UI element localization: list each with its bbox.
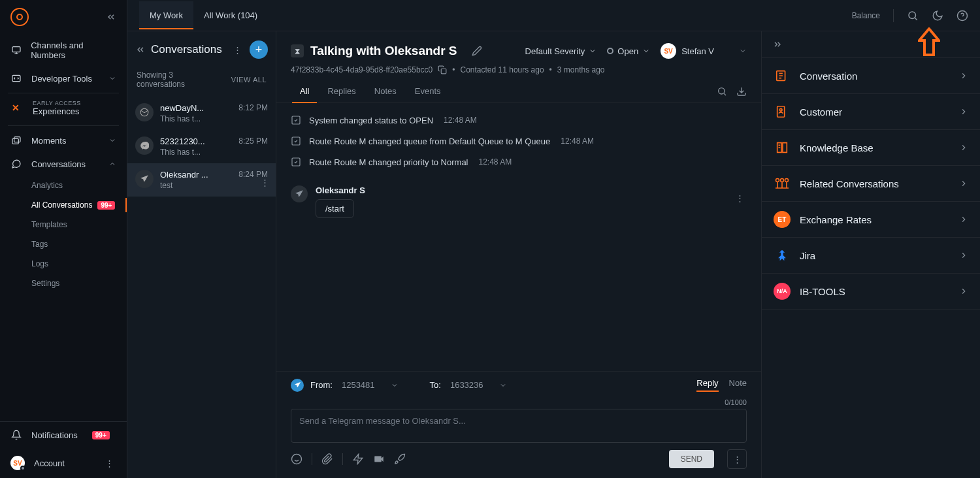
svg-rect-1 [12, 75, 20, 81]
svg-rect-0 [12, 47, 20, 52]
conversations-icon [10, 159, 22, 169]
rpanel-item[interactable]: Jira [762, 238, 980, 274]
message-more-icon[interactable]: ⋮ [733, 193, 747, 203]
tab-all-work[interactable]: All Work (104) [193, 1, 268, 29]
nav-conversations[interactable]: Conversations [0, 152, 127, 176]
account-more-icon[interactable]: ⋮ [103, 458, 116, 468]
nav-channels[interactable]: Channels and Numbers [0, 34, 127, 67]
to-dropdown[interactable] [499, 381, 507, 389]
event-icon [291, 136, 301, 146]
event-row: Route Route M changed queue from Default… [291, 131, 747, 151]
rpanel-collapse-icon[interactable] [762, 31, 980, 57]
convlist-more-icon[interactable]: ⋮ [231, 45, 244, 55]
severity-label: Default Severity [525, 46, 585, 56]
nav-experiences[interactable]: ✕ EARLY ACCESS Experiences [0, 96, 127, 123]
nav-developer-tools[interactable]: Developer Tools [0, 67, 127, 90]
ctab-note[interactable]: Note [729, 378, 747, 392]
message-body: /start [316, 199, 354, 218]
conversation-item[interactable]: 52321230...8:25 PM This has t... [127, 130, 276, 163]
status-label: Open [617, 46, 638, 56]
search-in-conv-icon[interactable] [717, 86, 727, 97]
balance-label[interactable]: Balance [852, 11, 880, 20]
message-input[interactable]: Send a Telegram message to Oleksandr S..… [291, 409, 747, 443]
event-row: Route Route M changed priority to Normal… [291, 151, 747, 172]
emoji-icon[interactable] [291, 453, 302, 465]
from-label: From: [310, 380, 333, 390]
app-logo[interactable] [10, 8, 29, 26]
svg-marker-13 [353, 454, 363, 464]
rpanel-item[interactable]: Knowledge Base [762, 130, 980, 166]
help-icon[interactable] [956, 10, 968, 22]
sidebar-sub-item[interactable]: All Conversations99+ [21, 195, 127, 215]
from-value: 1253481 [342, 380, 375, 390]
status-ring-icon [607, 48, 613, 54]
top-tabs: My Work All Work (104) Balance [127, 0, 980, 31]
messenger-icon [135, 136, 154, 155]
user-avatar: SV [10, 456, 25, 470]
svg-point-8 [719, 88, 725, 93]
nav-moments[interactable]: Moments [0, 129, 127, 152]
nav-label: Experiences [33, 106, 116, 116]
svg-point-17 [776, 179, 779, 182]
chevron-up-icon [108, 160, 116, 168]
conv-item-more-icon[interactable]: ⋮ [258, 178, 272, 187]
sidebar-sub-item[interactable]: Logs [21, 254, 127, 274]
bell-icon [10, 430, 22, 440]
svg-point-16 [779, 108, 782, 111]
edit-icon[interactable] [472, 46, 482, 56]
assignee-dropdown[interactable]: SV Stefan V [661, 43, 747, 59]
zap-icon[interactable] [352, 453, 364, 465]
rpanel-item[interactable]: ETExchange Rates [762, 202, 980, 238]
video-icon[interactable] [373, 453, 385, 465]
attachment-icon[interactable] [321, 453, 333, 465]
svg-rect-7 [442, 69, 447, 74]
conversation-item[interactable]: newDayN...8:12 PM This has t... [127, 97, 276, 130]
send-more-button[interactable]: ⋮ [727, 449, 747, 469]
rocket-icon[interactable] [394, 453, 406, 465]
telegram-icon [135, 170, 154, 188]
rpanel-item[interactable]: Related Conversations [762, 166, 980, 202]
assignee-avatar: SV [661, 43, 676, 59]
download-icon[interactable] [736, 86, 747, 97]
dtab-all[interactable]: All [291, 80, 318, 103]
event-row: System changed status to OPEN 12:48 AM [291, 110, 747, 131]
convlist-title: Conversations [151, 43, 225, 56]
sidebar-collapse-icon[interactable] [106, 12, 116, 22]
search-icon[interactable] [907, 10, 919, 22]
tab-my-work[interactable]: My Work [139, 1, 193, 29]
rpanel-item[interactable]: Customer [762, 94, 980, 130]
chevron-down-icon [108, 136, 116, 144]
svg-rect-2 [12, 138, 18, 144]
sidebar: Channels and Numbers Developer Tools ✕ E… [0, 0, 127, 478]
moon-icon[interactable] [932, 10, 943, 22]
sidebar-sub-item[interactable]: Templates [21, 215, 127, 234]
sidebar-sub-item[interactable]: Tags [21, 234, 127, 254]
rpanel-item[interactable]: Conversation [762, 57, 980, 94]
sidebar-sub-item[interactable]: Analytics [21, 176, 127, 195]
svg-point-19 [785, 179, 789, 182]
composer: From: 1253481 To: 1633236 Reply Note 0/1… [276, 371, 761, 478]
from-dropdown[interactable] [391, 381, 399, 389]
nav-label: Developer Tools [31, 74, 92, 84]
send-button[interactable]: SEND [669, 450, 714, 468]
severity-dropdown[interactable]: Default Severity [525, 46, 597, 56]
ctab-reply[interactable]: Reply [696, 378, 718, 392]
conversation-item[interactable]: Oleksandr ...8:24 PM test ⋮ [127, 163, 276, 197]
dtab-events[interactable]: Events [406, 80, 450, 103]
copy-icon[interactable] [438, 65, 447, 74]
nav-label: Account [34, 458, 65, 468]
nav-notifications[interactable]: Notifications 99+ [0, 422, 127, 448]
rpanel-item[interactable]: N/AIB-TOOLS [762, 274, 980, 310]
dtab-replies[interactable]: Replies [318, 80, 365, 103]
conversation-list: Conversations ⋮ + Showing 3 conversation… [127, 31, 276, 478]
sidebar-sub-item[interactable]: Settings [21, 274, 127, 293]
message-sender: Oleksandr S [316, 185, 365, 195]
channels-icon [10, 45, 22, 56]
dtab-notes[interactable]: Notes [365, 80, 406, 103]
nav-label: Channels and Numbers [31, 40, 116, 60]
back-icon[interactable] [135, 44, 146, 55]
status-dropdown[interactable]: Open [607, 46, 650, 56]
view-all-link[interactable]: VIEW ALL [231, 76, 267, 84]
nav-account[interactable]: SV Account ⋮ [0, 448, 127, 478]
add-conversation-button[interactable]: + [250, 40, 268, 59]
